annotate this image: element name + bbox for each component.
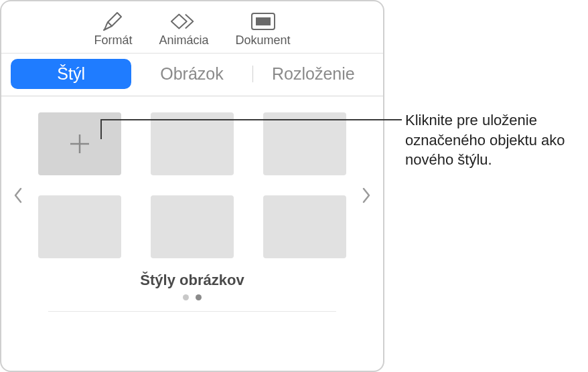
inspector-tabbar: Štýl Obrázok Rozloženie — [1, 54, 383, 96]
add-style-button[interactable] — [38, 112, 121, 175]
inspector-toolbar: Formát Animácia Dokument — [1, 1, 383, 54]
styles-caption: Štýly obrázkov — [35, 272, 350, 289]
animation-toolbar-label: Animácia — [159, 33, 208, 48]
style-thumb[interactable] — [263, 195, 346, 258]
format-toolbar-label: Formát — [94, 33, 132, 48]
page-dots — [35, 294, 350, 300]
plus-icon — [66, 130, 93, 157]
format-toolbar-button[interactable]: Formát — [94, 11, 132, 48]
style-thumb[interactable] — [151, 112, 234, 175]
tab-layout[interactable]: Rozloženie — [253, 59, 374, 89]
document-toolbar-button[interactable]: Dokument — [236, 11, 291, 48]
animation-toolbar-button[interactable]: Animácia — [159, 11, 208, 48]
page-dot[interactable] — [196, 294, 202, 300]
tab-style[interactable]: Štýl — [11, 59, 131, 89]
styles-grid — [35, 112, 350, 258]
format-inspector-panel: Formát Animácia Dokument Štýl Obrázok — [0, 0, 384, 372]
page-dot[interactable] — [183, 294, 189, 300]
svg-rect-1 — [256, 17, 271, 25]
styles-next-arrow[interactable] — [356, 187, 376, 208]
style-thumb[interactable] — [263, 112, 346, 175]
image-styles-area: Štýly obrázkov — [1, 96, 383, 318]
callout-text: Kliknite pre uloženie označeného objektu… — [405, 110, 586, 170]
callout-leader-line — [100, 119, 402, 120]
styles-prev-arrow[interactable] — [8, 187, 28, 208]
document-toolbar-label: Dokument — [236, 33, 291, 48]
divider-line — [48, 311, 336, 312]
diamond-icon — [170, 11, 197, 32]
tab-image[interactable]: Obrázok — [131, 59, 252, 89]
document-icon — [250, 11, 277, 32]
style-thumb[interactable] — [151, 195, 234, 258]
paintbrush-icon — [100, 11, 127, 32]
style-thumb[interactable] — [38, 195, 121, 258]
